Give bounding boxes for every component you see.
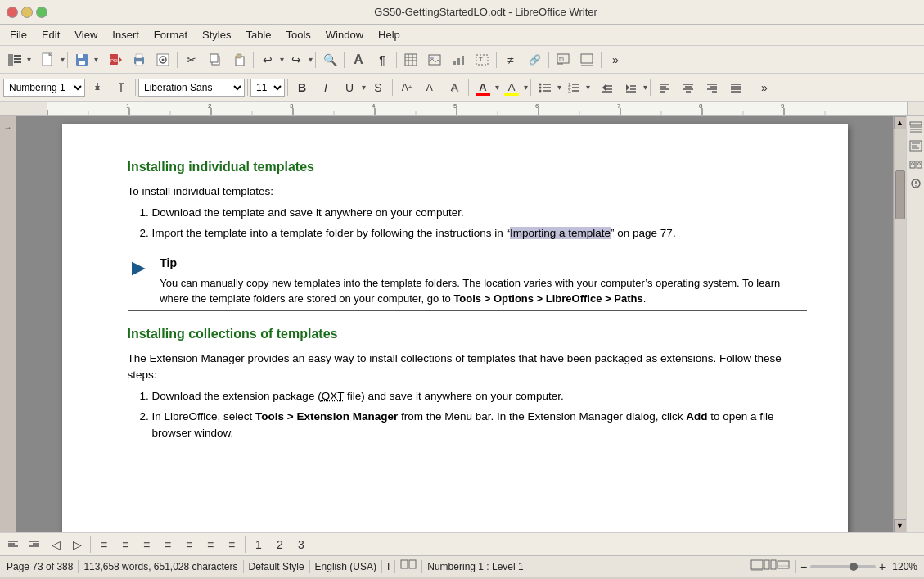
find-button[interactable]: 🔍 bbox=[318, 49, 341, 70]
zoom-minus-button[interactable]: − bbox=[800, 560, 807, 573]
paste-button[interactable] bbox=[228, 49, 250, 70]
copy-button[interactable] bbox=[204, 49, 227, 70]
right-panel-gallery[interactable] bbox=[909, 159, 922, 173]
cut-button[interactable]: ✂ bbox=[180, 49, 203, 70]
sidebar-toggle-button[interactable] bbox=[3, 49, 26, 70]
decrease-indent-button[interactable] bbox=[596, 77, 619, 98]
close-button[interactable] bbox=[7, 7, 18, 18]
underline-dropdown[interactable]: ▾ bbox=[362, 83, 366, 92]
menu-help[interactable]: Help bbox=[372, 27, 407, 43]
para-list-btn3[interactable]: ≡ bbox=[137, 536, 156, 554]
page-view-icon[interactable] bbox=[764, 559, 777, 573]
save-button[interactable] bbox=[70, 49, 93, 70]
align-left-button[interactable] bbox=[653, 77, 676, 98]
hyperlink-button[interactable]: 🔗 bbox=[523, 49, 546, 70]
para-align-right[interactable] bbox=[25, 536, 44, 554]
endnote-button[interactable] bbox=[575, 49, 598, 70]
para-list-btn6[interactable]: ≡ bbox=[201, 536, 220, 554]
right-panel-properties[interactable] bbox=[909, 178, 922, 192]
para-list-btn1[interactable]: ≡ bbox=[94, 536, 114, 554]
new-dropdown[interactable]: ▾ bbox=[61, 55, 65, 64]
subscript-button[interactable]: A- bbox=[419, 77, 442, 98]
redo-button[interactable]: ↪ bbox=[285, 49, 308, 70]
strikethrough-button[interactable]: S bbox=[367, 77, 390, 98]
redo-dropdown[interactable]: ▾ bbox=[309, 55, 313, 64]
zoom-track[interactable] bbox=[810, 565, 876, 568]
insert-table-button[interactable] bbox=[399, 49, 422, 70]
para-align-left[interactable] bbox=[3, 536, 23, 554]
more-format-buttons[interactable]: » bbox=[753, 77, 776, 98]
para-list-btn7[interactable]: ≡ bbox=[222, 536, 241, 554]
menu-table[interactable]: Table bbox=[239, 27, 277, 43]
scroll-track[interactable] bbox=[895, 129, 906, 519]
style-btn2[interactable] bbox=[110, 77, 133, 98]
font-color-button[interactable]: A bbox=[471, 77, 494, 98]
menu-format[interactable]: Format bbox=[147, 27, 194, 43]
style-more-button[interactable] bbox=[86, 77, 109, 98]
align-center-button[interactable] bbox=[677, 77, 700, 98]
zoom-plus-button[interactable]: + bbox=[879, 560, 886, 573]
increase-indent-button[interactable] bbox=[620, 77, 642, 98]
export-pdf-button[interactable]: PDF bbox=[104, 49, 127, 70]
font-color-dropdown[interactable]: ▾ bbox=[495, 83, 499, 92]
maximize-button[interactable] bbox=[36, 7, 47, 18]
highlight-button[interactable]: A bbox=[500, 77, 523, 98]
menu-edit[interactable]: Edit bbox=[35, 27, 66, 43]
para-increase-indent[interactable]: ▷ bbox=[67, 536, 87, 554]
document-container[interactable]: Installing individual templates To insta… bbox=[16, 116, 893, 532]
shadow-button[interactable]: A bbox=[443, 77, 466, 98]
minimize-button[interactable] bbox=[21, 7, 33, 18]
zoom-level[interactable]: 120% bbox=[892, 561, 917, 572]
insert-textbox-button[interactable]: T bbox=[471, 49, 494, 70]
preview-button[interactable] bbox=[151, 49, 174, 70]
left-panel-btn1[interactable]: → bbox=[4, 123, 12, 132]
footnote-button[interactable]: fn bbox=[552, 49, 575, 70]
bold-button[interactable]: B bbox=[291, 77, 313, 98]
list-bullets-button[interactable] bbox=[534, 77, 557, 98]
undo-button[interactable]: ↩ bbox=[256, 49, 279, 70]
font-size-increase[interactable]: A bbox=[347, 49, 370, 70]
menu-styles[interactable]: Styles bbox=[196, 27, 237, 43]
underline-button[interactable]: U bbox=[338, 77, 361, 98]
right-panel-styles[interactable] bbox=[909, 140, 922, 154]
print-button[interactable] bbox=[128, 49, 151, 70]
font-dropdown[interactable]: Liberation Sans bbox=[138, 79, 245, 97]
italic-button[interactable]: I bbox=[314, 77, 337, 98]
zoom-thumb[interactable] bbox=[850, 563, 858, 571]
scroll-thumb[interactable] bbox=[895, 170, 905, 219]
para-numbered2[interactable]: 2 bbox=[270, 536, 290, 554]
menu-file[interactable]: File bbox=[3, 27, 34, 43]
menu-view[interactable]: View bbox=[68, 27, 104, 43]
toolbar1-expand[interactable]: ▾ bbox=[27, 55, 31, 64]
align-justify-button[interactable] bbox=[724, 77, 747, 98]
align-right-button[interactable] bbox=[701, 77, 723, 98]
menu-window[interactable]: Window bbox=[319, 27, 370, 43]
more-buttons[interactable]: » bbox=[604, 49, 627, 70]
size-dropdown[interactable]: 11 bbox=[250, 79, 285, 97]
para-marks-button[interactable]: ¶ bbox=[371, 49, 394, 70]
page-view2-icon[interactable] bbox=[777, 559, 790, 573]
highlight-dropdown[interactable]: ▾ bbox=[524, 83, 528, 92]
special-char-button[interactable]: ≠ bbox=[499, 49, 522, 70]
para-list-btn5[interactable]: ≡ bbox=[179, 536, 199, 554]
scroll-up-button[interactable]: ▲ bbox=[894, 116, 907, 129]
list-bullets-dropdown[interactable]: ▾ bbox=[557, 83, 561, 92]
para-list-btn2[interactable]: ≡ bbox=[115, 536, 135, 554]
new-button[interactable] bbox=[37, 49, 60, 70]
scroll-down-button[interactable]: ▼ bbox=[894, 519, 907, 532]
indent-dropdown[interactable]: ▾ bbox=[643, 83, 647, 92]
list-numbers-button[interactable]: 1.2.3. bbox=[562, 77, 585, 98]
para-numbered1[interactable]: 1 bbox=[249, 536, 268, 554]
para-list-btn4[interactable]: ≡ bbox=[158, 536, 178, 554]
style-dropdown[interactable]: Numbering 1 bbox=[3, 79, 85, 97]
para-numbered3[interactable]: 3 bbox=[291, 536, 311, 554]
undo-dropdown[interactable]: ▾ bbox=[280, 55, 284, 64]
right-panel-navigator[interactable] bbox=[909, 121, 922, 135]
superscript-button[interactable]: A+ bbox=[395, 77, 418, 98]
save-dropdown[interactable]: ▾ bbox=[94, 55, 98, 64]
menu-tools[interactable]: Tools bbox=[279, 27, 317, 43]
insert-image-button[interactable] bbox=[423, 49, 446, 70]
insert-chart-button[interactable] bbox=[447, 49, 470, 70]
para-decrease-indent[interactable]: ◁ bbox=[46, 536, 65, 554]
list-numbers-dropdown[interactable]: ▾ bbox=[586, 83, 590, 92]
